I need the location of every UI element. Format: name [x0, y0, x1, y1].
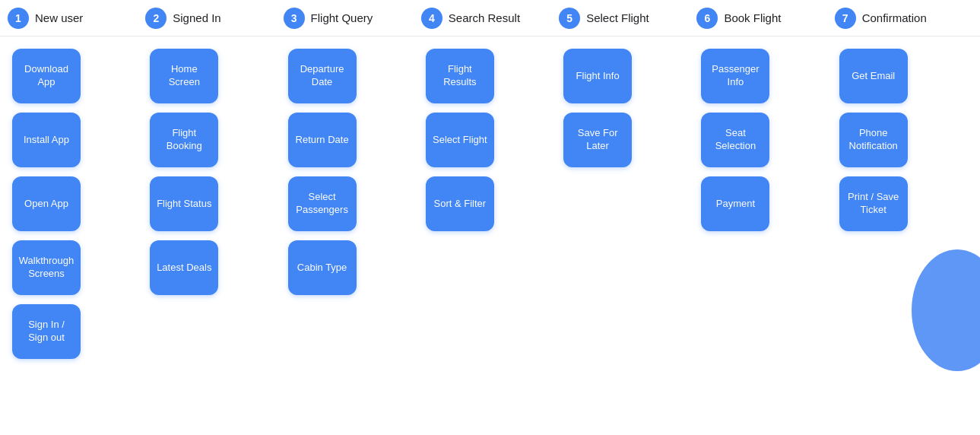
- card-2-4[interactable]: Latest Deals: [150, 240, 218, 295]
- card-3-1[interactable]: Departure Date: [288, 49, 357, 103]
- step-circle-4: 4: [421, 8, 442, 29]
- main-content: Download AppInstall AppOpen AppWalkthrou…: [0, 37, 980, 371]
- header-step-5: 5Select Flight: [559, 8, 696, 29]
- card-3-2[interactable]: Return Date: [288, 113, 357, 167]
- card-7-2[interactable]: Phone Notification: [839, 113, 908, 167]
- step-label-3: Flight Query: [311, 11, 373, 24]
- column-6: Passenger InfoSeat SelectionPayment: [696, 49, 834, 359]
- card-1-2[interactable]: Install App: [12, 113, 81, 167]
- card-6-3[interactable]: Payment: [701, 176, 769, 231]
- card-1-3[interactable]: Open App: [12, 176, 81, 231]
- header-step-4: 4Search Result: [421, 8, 559, 29]
- card-1-4[interactable]: Walkthrough Screens: [12, 240, 81, 295]
- card-4-2[interactable]: Select Flight: [426, 113, 494, 167]
- header-step-7: 7Confirmation: [835, 8, 972, 29]
- step-circle-6: 6: [696, 8, 718, 29]
- card-4-3[interactable]: Sort & Filter: [426, 176, 494, 231]
- card-5-2[interactable]: Save For Later: [563, 113, 632, 167]
- card-6-2[interactable]: Seat Selection: [701, 113, 769, 167]
- step-circle-5: 5: [559, 8, 580, 29]
- card-6-1[interactable]: Passenger Info: [701, 49, 769, 103]
- card-7-1[interactable]: Get Email: [839, 49, 908, 103]
- step-circle-3: 3: [284, 8, 305, 29]
- step-circle-1: 1: [8, 8, 29, 29]
- header: 1New user2Signed In3Flight Query4Search …: [0, 0, 980, 37]
- step-label-1: New user: [35, 11, 83, 24]
- step-circle-7: 7: [835, 8, 856, 29]
- header-step-2: 2Signed In: [145, 8, 283, 29]
- step-circle-2: 2: [145, 8, 167, 29]
- column-1: Download AppInstall AppOpen AppWalkthrou…: [8, 49, 145, 359]
- step-label-7: Confirmation: [862, 11, 927, 24]
- step-label-6: Book Flight: [724, 11, 781, 24]
- card-2-3[interactable]: Flight Status: [150, 176, 218, 231]
- card-1-5[interactable]: Sign In / Sign out: [12, 304, 81, 359]
- step-label-4: Search Result: [449, 11, 520, 24]
- card-3-4[interactable]: Cabin Type: [288, 240, 357, 295]
- header-step-3: 3Flight Query: [284, 8, 421, 29]
- step-label-2: Signed In: [173, 11, 220, 24]
- header-step-6: 6Book Flight: [696, 8, 834, 29]
- card-5-1[interactable]: Flight Info: [563, 49, 632, 103]
- card-7-3[interactable]: Print / Save Ticket: [839, 176, 908, 231]
- step-label-5: Select Flight: [586, 11, 649, 24]
- column-3: Departure DateReturn DateSelect Passenge…: [284, 49, 421, 359]
- column-5: Flight InfoSave For Later: [559, 49, 696, 359]
- card-3-3[interactable]: Select Passengers: [288, 176, 357, 231]
- card-1-1[interactable]: Download App: [12, 49, 81, 103]
- column-4: Flight ResultsSelect FlightSort & Filter: [421, 49, 559, 359]
- card-2-1[interactable]: Home Screen: [150, 49, 218, 103]
- card-2-2[interactable]: Flight Booking: [150, 113, 218, 167]
- card-4-1[interactable]: Flight Results: [426, 49, 494, 103]
- header-step-1: 1New user: [8, 8, 145, 29]
- column-2: Home ScreenFlight BookingFlight StatusLa…: [145, 49, 283, 359]
